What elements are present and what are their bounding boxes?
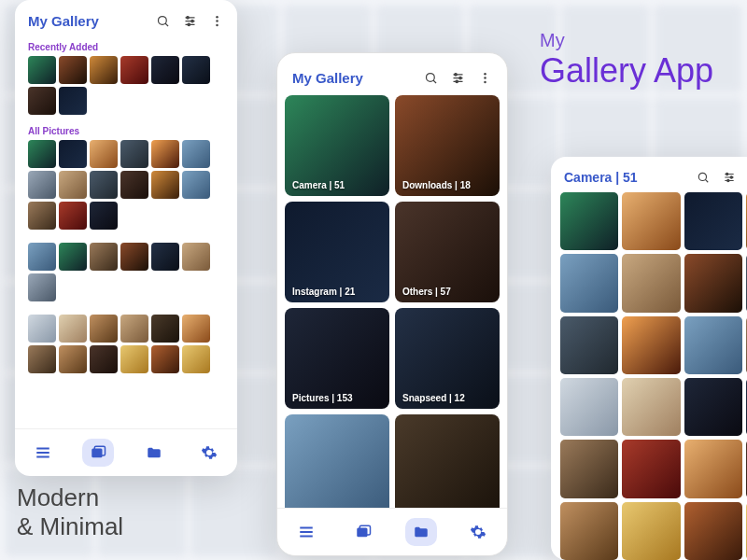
- thumbnail[interactable]: [28, 243, 56, 271]
- tagline-line1: Modern: [17, 483, 123, 512]
- photo[interactable]: [684, 316, 742, 374]
- folder-icon[interactable]: [405, 518, 437, 546]
- thumbnail[interactable]: [120, 243, 148, 271]
- thumbnail[interactable]: [120, 140, 148, 168]
- photo[interactable]: [622, 316, 680, 374]
- photo[interactable]: [560, 192, 618, 250]
- header: Camera | 51: [551, 157, 747, 192]
- photo[interactable]: [560, 440, 618, 497]
- header-actions: [424, 71, 492, 85]
- bottom-nav: [277, 508, 507, 555]
- thumbnail[interactable]: [59, 315, 87, 343]
- thumbnail[interactable]: [182, 345, 210, 373]
- thumbnail[interactable]: [59, 243, 87, 271]
- thumbnail[interactable]: [182, 171, 210, 199]
- thumbnail[interactable]: [182, 243, 210, 271]
- thumbnail[interactable]: [151, 140, 179, 168]
- svg-point-15: [484, 81, 486, 84]
- photo[interactable]: [622, 378, 680, 436]
- menu-icon[interactable]: [27, 439, 59, 467]
- photo[interactable]: [560, 316, 618, 374]
- photo[interactable]: [684, 254, 742, 312]
- settings-icon[interactable]: [193, 439, 225, 467]
- thumbnail[interactable]: [182, 315, 210, 343]
- photo[interactable]: [622, 440, 680, 497]
- photo[interactable]: [622, 502, 680, 560]
- filter-icon[interactable]: [451, 71, 465, 85]
- photo[interactable]: [560, 378, 618, 436]
- photo[interactable]: [560, 254, 618, 312]
- bottom-nav: [15, 428, 237, 476]
- thumbnail[interactable]: [151, 171, 179, 199]
- thumbnail[interactable]: [151, 345, 179, 373]
- album[interactable]: [395, 414, 500, 508]
- svg-rect-7: [92, 449, 103, 458]
- thumbnail[interactable]: [151, 243, 179, 271]
- all-thumbnails: [15, 140, 237, 235]
- tagline: Modern & Minimal: [17, 483, 123, 541]
- album-others[interactable]: Others | 57: [395, 202, 500, 302]
- more-icon[interactable]: [210, 14, 224, 28]
- thumbnail[interactable]: [90, 315, 118, 343]
- thumbnail[interactable]: [151, 315, 179, 343]
- photo[interactable]: [684, 192, 742, 250]
- thumbnail[interactable]: [59, 171, 87, 199]
- folder-icon[interactable]: [138, 439, 170, 467]
- all-thumbnails-3: [15, 315, 237, 379]
- photo[interactable]: [560, 502, 618, 560]
- thumbnail[interactable]: [90, 202, 118, 230]
- thumbnail[interactable]: [28, 87, 56, 115]
- app-title: My Gallery: [28, 13, 99, 29]
- svg-point-13: [484, 73, 486, 76]
- thumbnail[interactable]: [120, 56, 148, 84]
- photo[interactable]: [684, 502, 742, 560]
- album-camera[interactable]: Camera | 51: [285, 95, 389, 196]
- thumbnail[interactable]: [59, 87, 87, 115]
- album-downloads[interactable]: Downloads | 18: [395, 95, 500, 196]
- thumbnail[interactable]: [59, 202, 87, 230]
- thumbnail[interactable]: [90, 140, 118, 168]
- photo[interactable]: [622, 254, 680, 312]
- photo[interactable]: [684, 378, 742, 436]
- search-icon[interactable]: [156, 14, 170, 28]
- thumbnail[interactable]: [59, 140, 87, 168]
- thumbnail[interactable]: [28, 202, 56, 230]
- svg-point-14: [484, 77, 486, 79]
- thumbnail[interactable]: [90, 56, 118, 84]
- menu-icon[interactable]: [290, 518, 322, 546]
- search-icon[interactable]: [697, 171, 710, 184]
- thumbnail[interactable]: [151, 56, 179, 84]
- thumbnail[interactable]: [182, 140, 210, 168]
- thumbnail[interactable]: [120, 345, 148, 373]
- thumbnail[interactable]: [182, 56, 210, 84]
- thumbnail[interactable]: [28, 171, 56, 199]
- thumbnail[interactable]: [59, 56, 87, 84]
- thumbnail[interactable]: [28, 56, 56, 84]
- thumbnail[interactable]: [28, 140, 56, 168]
- thumbnail[interactable]: [120, 171, 148, 199]
- album[interactable]: [285, 414, 389, 508]
- thumbnail[interactable]: [90, 171, 118, 199]
- section-all-pictures: All Pictures: [15, 120, 237, 140]
- filter-icon[interactable]: [723, 171, 736, 184]
- thumbnail[interactable]: [28, 345, 56, 373]
- settings-icon[interactable]: [462, 518, 494, 546]
- svg-point-11: [459, 77, 462, 79]
- album-instagram[interactable]: Instagram | 21: [285, 202, 389, 302]
- more-icon[interactable]: [478, 71, 492, 85]
- photos-icon[interactable]: [347, 518, 379, 546]
- thumbnail[interactable]: [28, 273, 56, 301]
- thumbnail[interactable]: [90, 243, 118, 271]
- svg-rect-16: [358, 528, 368, 538]
- thumbnail[interactable]: [59, 345, 87, 373]
- search-icon[interactable]: [424, 71, 438, 85]
- thumbnail[interactable]: [120, 315, 148, 343]
- thumbnail[interactable]: [90, 345, 118, 373]
- thumbnail[interactable]: [28, 315, 56, 343]
- photo[interactable]: [622, 192, 680, 250]
- photos-icon[interactable]: [82, 439, 114, 467]
- filter-icon[interactable]: [183, 14, 197, 28]
- album-pictures[interactable]: Pictures | 153: [285, 308, 389, 409]
- photo[interactable]: [684, 440, 742, 497]
- album-snapseed[interactable]: Snapseed | 12: [395, 308, 500, 409]
